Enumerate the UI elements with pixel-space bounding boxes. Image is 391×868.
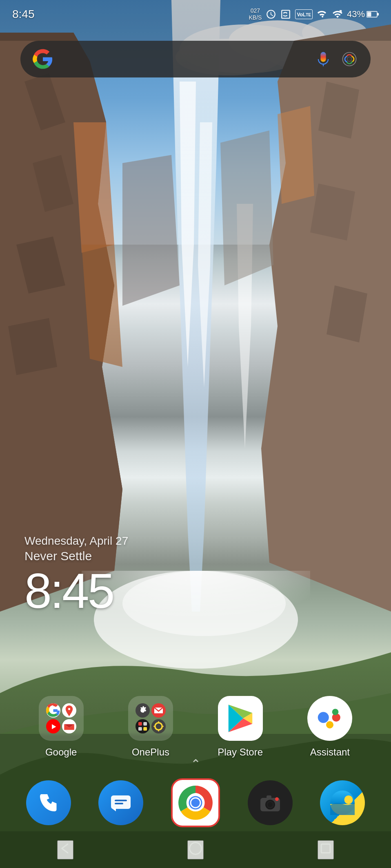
- oneplus-folder-icon: [128, 696, 173, 741]
- assistant-icon-svg: [311, 700, 348, 737]
- home-button[interactable]: [187, 840, 204, 859]
- recents-button[interactable]: [318, 840, 334, 859]
- svg-point-39: [326, 721, 333, 729]
- svg-point-56: [190, 842, 202, 854]
- assistant-app[interactable]: Assistant: [307, 696, 352, 758]
- phone-icon: [36, 791, 61, 815]
- svg-point-37: [318, 712, 329, 723]
- google-folder-icon: [39, 696, 84, 741]
- oneplus-folder-grid: [132, 700, 169, 737]
- battery-percent: 43%: [347, 9, 365, 20]
- svg-rect-15: [367, 12, 371, 17]
- battery-icon: [367, 11, 379, 18]
- svg-rect-43: [115, 803, 123, 804]
- microphone-icon[interactable]: [314, 50, 332, 68]
- network-speed-icon: 027 KB/S: [249, 7, 262, 21]
- svg-rect-28: [143, 727, 147, 731]
- playstore-app[interactable]: Play Store: [218, 696, 263, 758]
- arrow-up-indicator[interactable]: ⌃: [191, 757, 201, 771]
- weather-icon: [330, 791, 355, 815]
- clock-label: 8:45: [24, 566, 128, 615]
- svg-rect-41: [111, 795, 131, 809]
- dock: [0, 778, 391, 827]
- messages-icon: [109, 791, 133, 815]
- status-icons: 027 KB/S VoLTE 43%: [249, 7, 379, 21]
- svg-rect-42: [115, 800, 127, 802]
- date-widget: Wednesday, April 27 Never Settle 8:45: [24, 534, 128, 615]
- svg-rect-14: [377, 13, 379, 15]
- oneplus-folder-app[interactable]: OnePlus: [128, 696, 173, 758]
- svg-rect-27: [138, 727, 142, 731]
- assistant-label: Assistant: [310, 747, 350, 758]
- date-label: Wednesday, April 27: [24, 534, 128, 548]
- google-folder-app[interactable]: Google: [39, 696, 84, 758]
- nfc-icon: [280, 9, 291, 20]
- playstore-icon-svg: [222, 700, 259, 737]
- oneplus-folder-label: OnePlus: [132, 747, 169, 758]
- svg-point-55: [344, 795, 353, 804]
- playstore-icon: [218, 696, 263, 741]
- back-icon: [58, 841, 73, 856]
- google-folder-label: Google: [45, 747, 77, 758]
- app-grid: Google: [0, 696, 391, 758]
- svg-rect-57: [322, 844, 331, 853]
- svg-point-40: [332, 709, 339, 715]
- lens-camera-icon[interactable]: [340, 50, 358, 68]
- weather-dock-item[interactable]: [320, 780, 365, 825]
- google-folder-grid: [43, 700, 80, 737]
- playstore-label: Play Store: [218, 747, 263, 758]
- home-icon: [188, 841, 203, 856]
- camera-icon: [258, 791, 282, 815]
- status-time: 8:45: [12, 8, 35, 21]
- svg-point-17: [347, 57, 352, 62]
- svg-rect-53: [267, 795, 271, 799]
- search-right-icons: [314, 50, 358, 68]
- phone-dock-item[interactable]: [26, 780, 71, 825]
- messages-dock-item[interactable]: [98, 780, 143, 825]
- svg-point-52: [275, 797, 279, 801]
- battery-indicator: 43%: [347, 9, 379, 20]
- recents-icon: [318, 841, 333, 856]
- volte-icon: VoLTE: [295, 9, 313, 19]
- back-button[interactable]: [57, 840, 73, 859]
- assistant-icon: [307, 696, 352, 741]
- motto-label: Never Settle: [24, 549, 128, 563]
- status-bar: 8:45 027 KB/S VoLTE 43%: [0, 0, 391, 29]
- svg-rect-26: [143, 722, 147, 726]
- chrome-dock-item[interactable]: [171, 778, 220, 827]
- svg-point-24: [136, 719, 150, 733]
- svg-point-47: [191, 799, 200, 807]
- google-g-icon: [33, 49, 53, 69]
- svg-point-36: [311, 700, 348, 737]
- camera-dock-item[interactable]: [248, 780, 293, 825]
- alarm-icon: [266, 9, 276, 20]
- svg-point-51: [268, 802, 273, 807]
- signal-icon: [332, 9, 343, 20]
- navigation-bar: [0, 831, 391, 868]
- chrome-icon: [177, 784, 214, 821]
- wifi-icon: [317, 10, 328, 19]
- svg-rect-25: [138, 722, 142, 726]
- google-search-bar[interactable]: [20, 41, 371, 77]
